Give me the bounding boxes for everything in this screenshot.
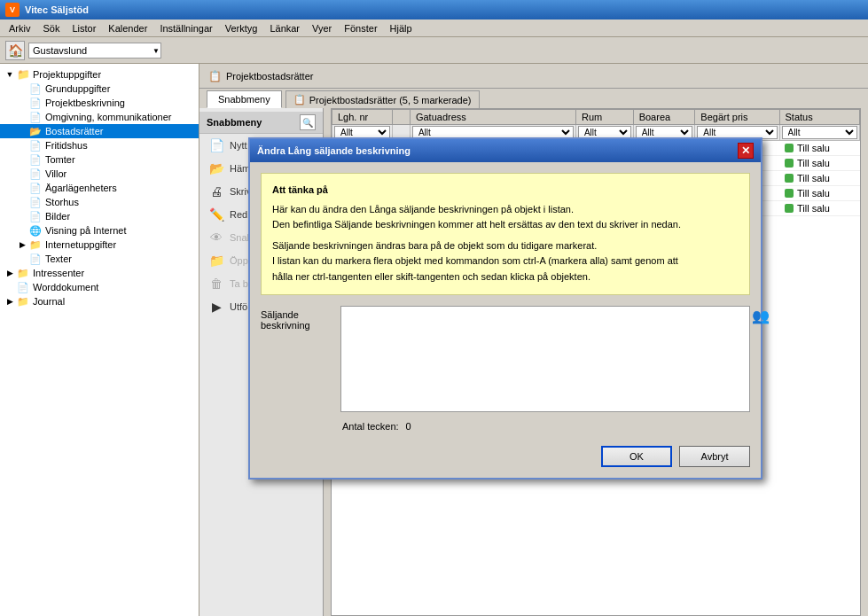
menu-fonster[interactable]: Fönster	[339, 22, 382, 35]
sidebar-item-visning[interactable]: 🌐 Visning på Internet	[0, 223, 199, 238]
menu-vyer[interactable]: Vyer	[307, 22, 337, 35]
menu-lankar[interactable]: Länkar	[264, 22, 305, 35]
doc-icon: 📄	[28, 210, 43, 222]
filter-status[interactable]: Allt	[782, 126, 857, 139]
spacer	[16, 224, 28, 237]
fetch-icon: 📂	[208, 160, 224, 176]
spacer	[16, 210, 28, 222]
location-bar: 🏠 Gustavslund ▼	[5, 41, 161, 60]
doc-icon: 📄	[28, 153, 43, 166]
doc-icon: 📄	[28, 111, 43, 123]
table-title: Projektbostadsrätter (5, 5 markerade)	[309, 95, 472, 105]
sidebar-item-journal[interactable]: ▶ 📁 Journal	[0, 294, 199, 308]
spacer	[16, 139, 28, 152]
doc-icon: 📄	[28, 168, 43, 180]
doc-icon: 📄	[28, 196, 43, 208]
sidebar-item-fritidshus[interactable]: 📄 Fritidshus	[0, 138, 199, 152]
status-dot-icon	[785, 204, 794, 213]
people-icon: 👥	[752, 308, 770, 324]
menu-kalender[interactable]: Kalender	[103, 22, 152, 35]
menu-verktyg[interactable]: Verktyg	[220, 22, 263, 35]
doc-icon: 📄	[28, 97, 43, 109]
menu-hjalp[interactable]: Hjälp	[385, 22, 418, 35]
spacer	[16, 125, 28, 137]
edit-icon: ✏️	[208, 207, 224, 222]
location-icon: 🏠	[5, 41, 25, 60]
expand-icon[interactable]: ▶	[16, 238, 28, 251]
sidebar: ▼ 📁 Projektuppgifter 📄 Grunduppgifter 📄 …	[0, 64, 199, 616]
doc-icon: 📄	[28, 182, 43, 194]
delete-icon: 🗑	[208, 276, 224, 292]
doc-icon: 📄	[28, 139, 43, 152]
expand-icon[interactable]: ▼	[4, 68, 16, 81]
sidebar-item-tomter[interactable]: 📄 Tomter	[0, 152, 199, 167]
status-dot-icon	[785, 144, 794, 152]
status-badge: Till salu	[785, 173, 854, 183]
table-title-tab: 📋 Projektbostadsrätter (5, 5 markerade)	[285, 90, 480, 108]
expand-icon[interactable]: ▶	[4, 295, 16, 308]
char-count-value: 0	[406, 421, 411, 432]
spacer	[16, 82, 28, 95]
sidebar-item-intressenter[interactable]: ▶ 📁 Intressenter	[0, 266, 199, 280]
sidebar-item-internetuppgifter[interactable]: ▶ 📁 Internetuppgifter	[0, 238, 199, 252]
info-line-3: Säljande beskrivningen ändras bara på de…	[272, 238, 739, 254]
menu-listor[interactable]: Listor	[66, 22, 101, 35]
menu-arkiv[interactable]: Arkiv	[4, 22, 35, 35]
spacer	[16, 182, 28, 194]
expand-icon[interactable]: ▶	[4, 267, 16, 279]
col-gatuadress: Gatuadress	[410, 110, 575, 125]
sidebar-item-projektbeskrivning[interactable]: 📄 Projektbeskrivning	[0, 96, 199, 110]
sidebar-item-grunduppgifter[interactable]: 📄 Grunduppgifter	[0, 82, 199, 96]
sidebar-item-agarlägenheter[interactable]: 📄 Ägarlägenheters	[0, 181, 199, 195]
spacer	[16, 253, 28, 265]
sidebar-item-bilder[interactable]: 📄 Bilder	[0, 209, 199, 223]
status-dot-icon	[785, 174, 794, 183]
info-title: Att tänka på	[272, 183, 739, 199]
spacer	[16, 97, 28, 109]
spacer	[16, 168, 28, 180]
menu-bar: Arkiv Sök Listor Kalender Inställningar …	[0, 19, 868, 37]
cancel-button[interactable]: Avbryt	[679, 446, 750, 467]
location-dropdown[interactable]: Gustavslund	[28, 43, 161, 58]
search-button[interactable]: 🔍	[300, 114, 316, 130]
sidebar-item-projektuppgifter[interactable]: ▼ 📁 Projektuppgifter	[0, 67, 199, 82]
info-line-4: I listan kan du markera flera objekt med…	[272, 253, 739, 269]
sidebar-item-worddokument[interactable]: 📄 Worddokument	[0, 280, 199, 294]
status-dot-icon	[785, 189, 794, 198]
sidebar-item-storhus[interactable]: 📄 Storhus	[0, 195, 199, 209]
sidebar-item-texter[interactable]: 📄 Texter	[0, 252, 199, 266]
info-line-2: Den befintliga Säljande beskrivningen ko…	[272, 217, 739, 233]
dialog-close-button[interactable]: ✕	[738, 143, 754, 159]
ok-button[interactable]: OK	[601, 446, 672, 467]
quick-menu-header: Snabbmeny 🔍	[199, 112, 323, 134]
sidebar-item-bostadsratter[interactable]: 📂 Bostadsrätter	[0, 124, 199, 138]
char-count-row: Antal tecken: 0	[261, 421, 750, 432]
col-lgh: Lgh. nr	[332, 110, 393, 125]
open-icon: 📁	[208, 253, 224, 269]
folder-icon: 📂	[28, 125, 43, 137]
status-badge: Till salu	[785, 158, 854, 168]
table-icon: 📋	[293, 94, 306, 105]
sidebar-item-villor[interactable]: 📄 Villor	[0, 167, 199, 181]
doc-icon: 📄	[16, 281, 30, 293]
beskrivning-textarea[interactable]	[340, 306, 750, 412]
status-badge: Till salu	[785, 203, 854, 214]
status-badge: Till salu	[785, 143, 854, 153]
field-row-beskrivning: Säljande beskrivning 👥	[261, 306, 750, 414]
new-icon: 📄	[208, 137, 224, 153]
sidebar-item-omgivning[interactable]: 📄 Omgivning, kommunikationer	[0, 110, 199, 124]
spacer	[16, 196, 28, 208]
col-begart-pris: Begärt pris	[695, 110, 779, 125]
dialog-body: Att tänka på Här kan du ändra den Långa …	[250, 162, 761, 478]
dialog-title: Ändra Lång säljande beskrivning	[257, 145, 411, 156]
menu-sok[interactable]: Sök	[37, 22, 65, 35]
col-status-icon	[392, 110, 410, 125]
content-header: 📋 Projektbostadsrätter	[199, 64, 868, 89]
toolbar: 🏠 Gustavslund ▼	[0, 37, 868, 64]
info-line-1: Här kan du ändra den Långa säljande besk…	[272, 202, 739, 218]
spacer	[16, 111, 28, 123]
col-rum: Rum	[575, 110, 633, 125]
menu-installningar[interactable]: Inställningar	[154, 22, 217, 35]
dialog-buttons: OK Avbryt	[261, 442, 750, 467]
tab-snabbmeny[interactable]: Snabbmeny	[207, 90, 282, 108]
